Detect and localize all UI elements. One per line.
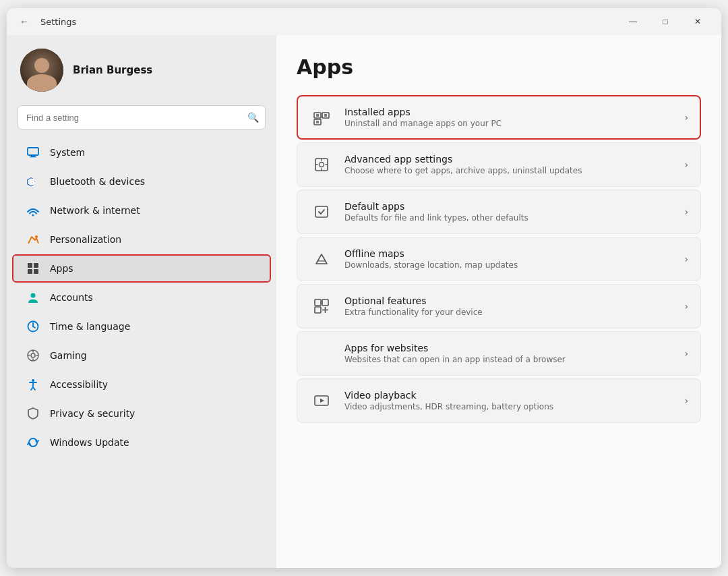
titlebar: ← Settings — □ ✕ — [7, 8, 721, 35]
user-name: Brian Burgess — [73, 64, 152, 76]
svg-rect-37 — [315, 206, 328, 217]
settings-item-text-installed-apps: Installed appsUninstall and manage apps … — [344, 107, 679, 128]
settings-item-desc-advanced-app-settings: Choose where to get apps, archive apps, … — [344, 166, 679, 175]
settings-item-installed-apps[interactable]: Installed appsUninstall and manage apps … — [297, 95, 701, 140]
chevron-icon-optional-features: › — [684, 301, 688, 312]
sidebar-item-privacy[interactable]: Privacy & security — [12, 399, 271, 428]
avatar-image — [20, 49, 63, 92]
settings-item-desc-apps-for-websites: Websites that can open in an app instead… — [344, 355, 679, 364]
sidebar-item-update[interactable]: Windows Update — [12, 428, 271, 457]
settings-item-advanced-app-settings[interactable]: Advanced app settingsChoose where to get… — [297, 142, 701, 187]
sidebar-item-label-network: Network & internet — [50, 205, 140, 216]
search-input[interactable] — [18, 105, 266, 129]
titlebar-title: Settings — [40, 17, 76, 27]
svg-rect-9 — [28, 269, 32, 274]
settings-item-desc-offline-maps: Downloads, storage location, map updates — [344, 260, 679, 270]
settings-item-video-playback[interactable]: Video playbackVideo adjustments, HDR str… — [297, 378, 701, 423]
svg-rect-22 — [314, 113, 321, 118]
settings-item-text-default-apps: Default appsDefaults for file and link t… — [344, 201, 679, 223]
sidebar-item-bluetooth[interactable]: ⬡BBluetooth & devices — [12, 167, 271, 196]
accounts-icon — [26, 290, 40, 305]
settings-item-title-offline-maps: Offline maps — [344, 248, 679, 259]
network-icon — [26, 203, 40, 218]
optional-features-icon — [309, 294, 334, 318]
system-icon — [26, 145, 40, 160]
search-box: 🔍 — [18, 105, 266, 129]
avatar — [20, 49, 63, 92]
settings-item-text-optional-features: Optional featuresExtra functionality for… — [344, 295, 679, 317]
svg-rect-7 — [28, 263, 32, 268]
maximize-button[interactable]: □ — [650, 11, 681, 32]
apps-websites-icon — [309, 341, 334, 366]
main-layout: Brian Burgess 🔍 System⬡BBluetooth & devi… — [7, 35, 721, 568]
settings-list: Installed appsUninstall and manage apps … — [297, 95, 701, 423]
titlebar-left: ← Settings — [15, 12, 76, 31]
settings-item-title-optional-features: Optional features — [344, 295, 679, 306]
sidebar-item-gaming[interactable]: Gaming — [12, 341, 271, 370]
sidebar-item-label-gaming: Gaming — [50, 350, 87, 361]
settings-item-default-apps[interactable]: Default appsDefaults for file and link t… — [297, 190, 701, 234]
svg-marker-38 — [316, 254, 327, 264]
sidebar-item-personalization[interactable]: Personalization — [12, 225, 271, 254]
sidebar-item-label-personalization: Personalization — [50, 234, 121, 245]
sidebar-item-label-time: Time & language — [50, 321, 130, 332]
settings-item-desc-optional-features: Extra functionality for your device — [344, 308, 679, 317]
back-button[interactable]: ← — [15, 12, 34, 31]
settings-item-optional-features[interactable]: Optional featuresExtra functionality for… — [297, 284, 701, 328]
sidebar-item-label-apps: Apps — [50, 263, 73, 274]
chevron-icon-apps-for-websites: › — [684, 348, 688, 359]
chevron-icon-default-apps: › — [684, 206, 688, 217]
settings-item-desc-default-apps: Defaults for file and link types, other … — [344, 213, 679, 223]
svg-rect-0 — [28, 148, 38, 155]
close-button[interactable]: ✕ — [682, 11, 713, 32]
svg-rect-42 — [315, 307, 321, 313]
chevron-icon-installed-apps: › — [684, 112, 688, 123]
settings-item-title-advanced-app-settings: Advanced app settings — [344, 154, 679, 165]
svg-rect-2 — [30, 156, 36, 157]
sidebar-item-accessibility[interactable]: Accessibility — [12, 370, 271, 399]
update-icon — [26, 435, 40, 450]
accessibility-icon — [26, 377, 40, 392]
chevron-icon-advanced-app-settings: › — [684, 159, 688, 170]
sidebar-item-network[interactable]: Network & internet — [12, 196, 271, 225]
gaming-icon — [26, 348, 40, 363]
settings-item-text-apps-for-websites: Apps for websitesWebsites that can open … — [344, 343, 679, 364]
sidebar-item-time[interactable]: Time & language — [12, 312, 271, 341]
sidebar-item-label-update: Windows Update — [50, 437, 129, 448]
video-playback-icon — [309, 388, 334, 413]
sidebar-item-system[interactable]: System — [12, 138, 271, 167]
sidebar-item-accounts[interactable]: Accounts — [12, 283, 271, 312]
settings-item-apps-for-websites[interactable]: Apps for websitesWebsites that can open … — [297, 331, 701, 376]
sidebar-item-label-privacy: Privacy & security — [50, 408, 135, 419]
settings-item-title-default-apps: Default apps — [344, 201, 679, 212]
chevron-icon-offline-maps: › — [684, 254, 688, 264]
svg-rect-25 — [322, 113, 329, 118]
svg-rect-40 — [315, 299, 321, 306]
settings-item-text-advanced-app-settings: Advanced app settingsChoose where to get… — [344, 154, 679, 175]
installed-apps-icon — [309, 105, 334, 129]
user-section: Brian Burgess — [7, 35, 276, 103]
svg-rect-8 — [34, 263, 38, 268]
svg-point-5 — [32, 214, 34, 217]
offline-maps-icon — [309, 247, 334, 271]
settings-item-desc-video-playback: Video adjustments, HDR streaming, batter… — [344, 402, 679, 411]
settings-item-title-video-playback: Video playback — [344, 390, 679, 401]
settings-item-desc-installed-apps: Uninstall and manage apps on your PC — [344, 119, 679, 128]
settings-item-title-apps-for-websites: Apps for websites — [344, 343, 679, 353]
main-content: Apps Installed appsUninstall and manage … — [276, 35, 721, 568]
svg-rect-41 — [322, 299, 328, 306]
svg-marker-46 — [320, 399, 324, 403]
sidebar-item-apps[interactable]: Apps — [12, 254, 271, 283]
nav-list: System⬡BBluetooth & devicesNetwork & int… — [7, 138, 276, 457]
time-icon — [26, 319, 40, 334]
svg-text:B: B — [30, 177, 36, 187]
svg-point-11 — [31, 293, 36, 298]
bluetooth-icon: ⬡B — [26, 174, 40, 189]
minimize-button[interactable]: — — [617, 11, 648, 32]
titlebar-controls: — □ ✕ — [617, 11, 713, 32]
svg-line-14 — [33, 326, 35, 328]
sidebar-item-label-bluetooth: Bluetooth & devices — [50, 176, 145, 187]
sidebar: Brian Burgess 🔍 System⬡BBluetooth & devi… — [7, 35, 276, 568]
settings-item-offline-maps[interactable]: Offline mapsDownloads, storage location,… — [297, 237, 701, 281]
svg-rect-1 — [31, 155, 35, 156]
